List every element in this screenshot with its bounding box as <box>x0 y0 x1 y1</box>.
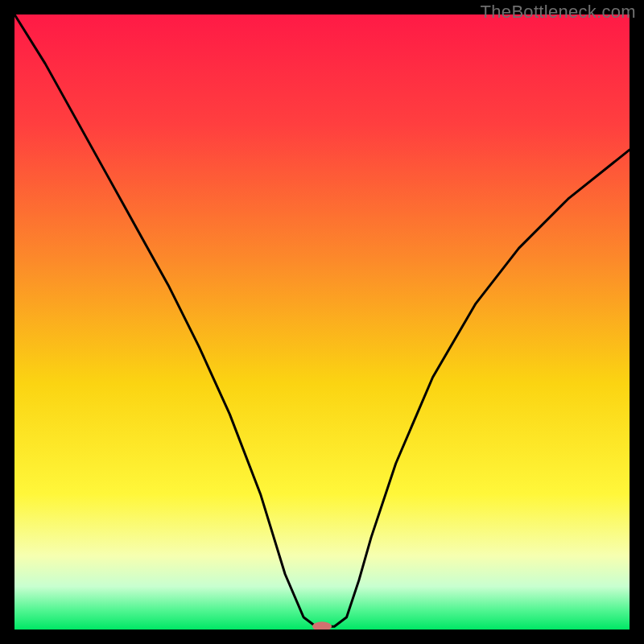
bottleneck-curve <box>14 14 630 626</box>
plot-area <box>14 14 630 630</box>
optimal-marker <box>312 621 332 630</box>
chart-frame: TheBottleneck.com <box>0 0 644 644</box>
chart-svg <box>14 14 630 630</box>
